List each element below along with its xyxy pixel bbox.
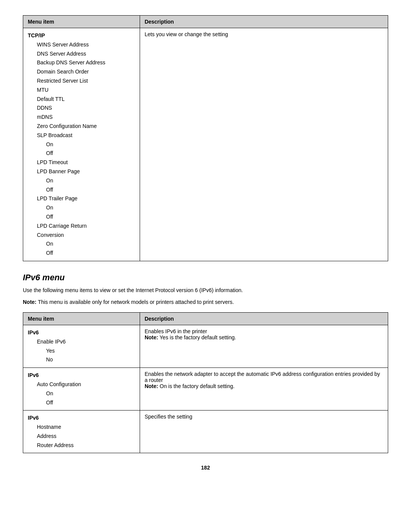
tcpip-header-desc: Description [140, 16, 388, 28]
ipv6-row1-desc-main: Enables IPv6 in the printer [145, 328, 383, 334]
ipv6-table: Menu item Description IPv6 Enable IPv6 Y… [23, 312, 388, 454]
menu-item-zero-config: Zero Configuration Name [28, 122, 135, 131]
menu-item-dns: DNS Server Address [28, 50, 135, 59]
table-row: TCP/IP WINS Server Address DNS Server Ad… [23, 28, 388, 261]
note-bold-2: Note: [145, 383, 158, 389]
ipv6-row1-desc: Enables IPv6 in the printer Note: Yes is… [140, 325, 388, 367]
menu-item-router-address: Router Address [28, 441, 135, 450]
ipv6-row2-desc-main: Enables the network adapter to accept th… [145, 371, 383, 383]
menu-item-default-ttl: Default TTL [28, 95, 135, 104]
note-text: This menu is available only for network … [37, 299, 234, 305]
menu-item-auto-config: Auto Configuration [28, 380, 135, 389]
menu-item-lpd-trailer-on: On [28, 203, 135, 212]
tcpip-desc-cell: Lets you view or change the setting [140, 28, 388, 261]
menu-item-auto-config-on: On [28, 389, 135, 398]
menu-item-mtu: MTU [28, 86, 135, 95]
menu-item-ipv6-3: IPv6 [28, 414, 135, 423]
menu-item-lpd-banner: LPD Banner Page [28, 167, 135, 176]
ipv6-row2-desc: Enables the network adapter to accept th… [140, 368, 388, 411]
menu-item-address: Address [28, 432, 135, 441]
menu-item-lpd-trailer: LPD Trailer Page [28, 194, 135, 203]
menu-item-tcpip: TCP/IP [28, 31, 135, 40]
note-bold-1: Note: [145, 334, 158, 340]
menu-item-enable-ipv6-no: No [28, 355, 135, 364]
ipv6-intro: Use the following menu items to view or … [23, 286, 388, 294]
ipv6-header-desc: Description [140, 312, 388, 325]
ipv6-row3-desc-main: Specifies the setting [145, 414, 383, 420]
page-number: 182 [23, 465, 388, 471]
menu-item-wins: WINS Server Address [28, 40, 135, 50]
menu-item-enable-ipv6-yes: Yes [28, 347, 135, 356]
menu-item-slp-off: Off [28, 149, 135, 158]
menu-item-slp: SLP Broadcast [28, 131, 135, 140]
menu-item-ipv6-1: IPv6 [28, 328, 135, 337]
ipv6-header-menu: Menu item [23, 312, 140, 325]
menu-item-hostname: Hostname [28, 423, 135, 432]
ipv6-section-title: IPv6 menu [23, 273, 388, 283]
menu-item-slp-on: On [28, 140, 135, 149]
tcpip-menu-cell: TCP/IP WINS Server Address DNS Server Ad… [23, 28, 140, 261]
menu-item-lpd-conv-off: Off [28, 249, 135, 258]
menu-item-lpd-banner-off: Off [28, 185, 135, 195]
menu-item-auto-config-off: Off [28, 398, 135, 407]
menu-item-ddns: DDNS [28, 104, 135, 113]
menu-item-lpd-carriage: LPD Carriage Return [28, 222, 135, 231]
ipv6-row3-menu: IPv6 Hostname Address Router Address [23, 411, 140, 453]
ipv6-row1-menu: IPv6 Enable IPv6 Yes No [23, 325, 140, 367]
table-row: IPv6 Hostname Address Router Address Spe… [23, 411, 388, 453]
table-row: IPv6 Enable IPv6 Yes No Enables IPv6 in … [23, 325, 388, 367]
menu-item-lpd-conv-on: On [28, 240, 135, 249]
menu-item-lpd-timeout: LPD Timeout [28, 158, 135, 167]
menu-item-restricted: Restricted Server List [28, 77, 135, 86]
tcpip-table: Menu item Description TCP/IP WINS Server… [23, 15, 388, 261]
menu-item-ipv6-2: IPv6 [28, 371, 135, 380]
note-label: Note: [23, 299, 37, 305]
table-row: IPv6 Auto Configuration On Off Enables t… [23, 368, 388, 411]
ipv6-row2-menu: IPv6 Auto Configuration On Off [23, 368, 140, 411]
menu-item-lpd-conversion: Conversion [28, 231, 135, 240]
menu-item-lpd-banner-on: On [28, 176, 135, 185]
ipv6-row1-note: Note: Yes is the factory default setting… [145, 334, 383, 340]
ipv6-note: Note: This menu is available only for ne… [23, 298, 388, 306]
ipv6-row2-note: Note: On is the factory default setting. [145, 383, 383, 389]
menu-item-lpd-trailer-off: Off [28, 212, 135, 222]
menu-item-domain: Domain Search Order [28, 67, 135, 77]
tcpip-description: Lets you view or change the setting [145, 31, 228, 37]
menu-item-enable-ipv6: Enable IPv6 [28, 337, 135, 347]
ipv6-row3-desc: Specifies the setting [140, 411, 388, 453]
tcpip-header-menu: Menu item [23, 16, 140, 28]
menu-item-mdns: mDNS [28, 113, 135, 122]
menu-item-backup-dns: Backup DNS Server Address [28, 58, 135, 67]
